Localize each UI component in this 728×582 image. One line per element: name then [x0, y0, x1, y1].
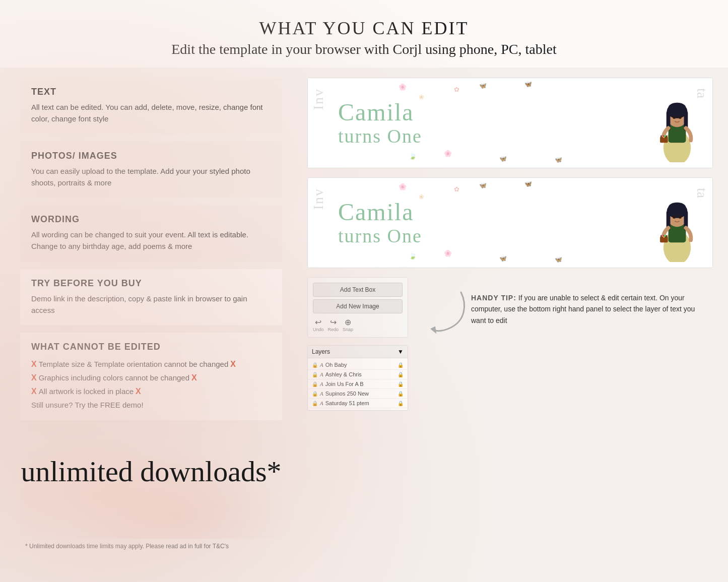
layers-panel: Layers ▼ 🔒 A Oh Baby 🔒 🔒: [307, 345, 408, 411]
svg-point-18: [669, 202, 686, 212]
svg-point-27: [663, 236, 665, 238]
redo-tool[interactable]: ↪ Redo: [328, 317, 339, 332]
right-bottom-area: Add Text Box Add New Image ↩ Undo ↪ Redo: [307, 277, 713, 411]
layers-list: 🔒 A Oh Baby 🔒 🔒 A Ashley & Chris 🔒: [308, 358, 408, 410]
cannot-edit-item-4: Still unsure? Try the FREE demo!: [31, 399, 271, 412]
unlimited-section: unlimited downloads*: [20, 428, 282, 539]
redo-label: Redo: [328, 327, 339, 332]
tip-arrow-icon: [426, 287, 471, 338]
x-mark-1b: X: [230, 357, 236, 371]
add-text-btn[interactable]: Add Text Box: [313, 283, 403, 297]
preview-name-2: Camila: [338, 199, 644, 226]
layer-name-2: Ashley & Chris: [325, 371, 362, 377]
svg-point-25: [661, 235, 664, 237]
feature-photos: PHOTOS/ IMAGES You can easily upload to …: [20, 142, 282, 198]
layer-name-5: Saturday 51 ptem: [325, 400, 369, 406]
butterfly-deco-6: 🦋: [499, 255, 507, 263]
x-mark-2b: X: [191, 371, 197, 384]
cannot-edit-text-1: Template size & Template orientation can…: [39, 358, 229, 371]
preview-text-area-1: Camila turns One: [313, 94, 647, 152]
x-mark-3b: X: [136, 384, 141, 398]
layer-item-4[interactable]: 🔒 A Supinos 250 New 🔒: [308, 389, 408, 399]
layer-item-1[interactable]: 🔒 A Oh Baby 🔒: [308, 360, 408, 370]
add-image-btn[interactable]: Add New Image: [313, 299, 403, 313]
lock-icon-1: 🔒: [312, 362, 318, 368]
handy-tip-label: HANDY TIP:: [471, 294, 516, 302]
butterfly-deco-8: 🦋: [555, 256, 562, 264]
undo-tool[interactable]: ↩ Undo: [313, 317, 324, 332]
layer-type-icon-5: A: [320, 400, 323, 406]
preview-text-area-2: Camila turns One: [313, 194, 647, 252]
x-mark-2: X: [31, 371, 37, 384]
redo-icon: ↪: [330, 317, 337, 327]
layer-item-2[interactable]: 🔒 A Ashley & Chris 🔒: [308, 370, 408, 379]
lock-icon-4: 🔒: [312, 391, 318, 397]
editor-tools: ↩ Undo ↪ Redo ⊕ Snap: [313, 317, 403, 332]
editor-area: Add Text Box Add New Image ↩ Undo ↪ Redo: [307, 277, 408, 411]
cannot-edit-item-3: X All artwork is locked in place X: [31, 384, 271, 398]
layer-lock-icon-2: 🔒: [398, 372, 404, 377]
layer-name-4: Supinos 250 New: [325, 391, 369, 397]
preview-card-2: 🌸 ❀ 🍃 ✿ 🌸 🦋 🦋 🦋 🦋 Inv Camila turns One: [307, 177, 713, 268]
svg-point-8: [679, 115, 682, 118]
preview-card-1: 🌸 ❀ 🍃 ✿ 🌸 🦋 🦋 🦋 🦋 Inv Camila turns One: [307, 78, 713, 168]
feature-photos-body: You can easily upload to the template. A…: [31, 165, 271, 189]
svg-point-11: [661, 135, 664, 137]
feature-text: TEXT All text can be edited. You can add…: [20, 78, 282, 134]
preview-sub-1: turns One: [338, 126, 644, 147]
handy-tip-area: HANDY TIP: If you are unable to select &…: [418, 277, 713, 411]
svg-point-21: [673, 215, 676, 218]
butterfly-deco-4: 🦋: [555, 156, 562, 164]
preview-sub-2: turns One: [338, 226, 644, 247]
svg-point-26: [664, 234, 666, 236]
layer-lock-icon-4: 🔒: [398, 391, 404, 397]
feature-try-title: TRY BEFORE YOU BUY: [31, 278, 271, 289]
feature-text-body: All text can be edited. You can add, del…: [31, 101, 271, 125]
cannot-edit-section: WHAT CANNOT BE EDITED X Template size & …: [20, 333, 282, 420]
cannot-edit-title: WHAT CANNOT BE EDITED: [31, 342, 271, 352]
feature-wording: WORDING All wording can be changed to su…: [20, 205, 282, 262]
cannot-edit-text-2: Graphics including colors cannot be chan…: [39, 371, 189, 384]
butterfly-deco-5: 🦋: [479, 182, 487, 189]
layer-lock-icon-5: 🔒: [398, 401, 404, 406]
svg-point-4: [669, 102, 686, 112]
cannot-edit-text-3: All artwork is locked in place: [39, 385, 134, 398]
butterfly-deco-7: 🦋: [524, 180, 532, 188]
editor-panel: Add Text Box Add New Image ↩ Undo ↪ Redo: [307, 277, 408, 338]
feature-wording-title: WORDING: [31, 214, 271, 225]
svg-point-12: [664, 135, 666, 137]
snap-tool[interactable]: ⊕ Snap: [343, 317, 353, 332]
handy-tip-text: HANDY TIP: If you are unable to select &…: [471, 282, 705, 326]
feature-try: TRY BEFORE YOU BUY Demo link in the desc…: [20, 269, 282, 326]
feature-text-title: TEXT: [31, 87, 271, 97]
layer-name-1: Oh Baby: [325, 362, 347, 368]
layer-item-5[interactable]: 🔒 A Saturday 51 ptem 🔒: [308, 399, 408, 408]
feature-wording-body: All wording can be changed to suit your …: [31, 229, 271, 252]
cannot-edit-item-1: X Template size & Template orientation c…: [31, 357, 271, 371]
butterfly-deco-3: 🦋: [524, 81, 532, 88]
cannot-edit-text-4: Still unsure? Try the FREE demo!: [31, 399, 144, 412]
page-title: WHAT YOU CAN EDIT: [0, 18, 728, 39]
butterfly-deco-2: 🦋: [499, 155, 507, 163]
x-mark-1: X: [31, 357, 37, 371]
leaf-deco-1: 🍃: [409, 152, 417, 160]
preview-name-1: Camila: [338, 99, 644, 126]
lock-icon-3: 🔒: [312, 381, 318, 387]
unlimited-asterisk: *: [267, 455, 282, 488]
layer-item-3[interactable]: 🔒 A Join Us For A B 🔒: [308, 379, 408, 389]
preview-character-2: [647, 184, 707, 262]
layer-lock-icon-3: 🔒: [398, 381, 404, 387]
svg-point-22: [679, 215, 682, 218]
unlimited-label: unlimited downloads: [21, 455, 267, 488]
snap-label: Snap: [343, 327, 353, 332]
layers-header: Layers ▼: [308, 346, 408, 358]
layer-type-icon-4: A: [320, 391, 323, 397]
leaf-deco-2: 🍃: [409, 252, 417, 260]
cannot-edit-item-2: X Graphics including colors cannot be ch…: [31, 371, 271, 384]
undo-icon: ↩: [315, 317, 321, 327]
flower-deco-1: 🌸: [399, 83, 407, 91]
layer-type-icon-1: A: [320, 362, 323, 368]
layer-name-3: Join Us For A B: [325, 381, 364, 387]
svg-point-13: [663, 137, 665, 138]
layers-header-label: Layers: [312, 348, 330, 355]
